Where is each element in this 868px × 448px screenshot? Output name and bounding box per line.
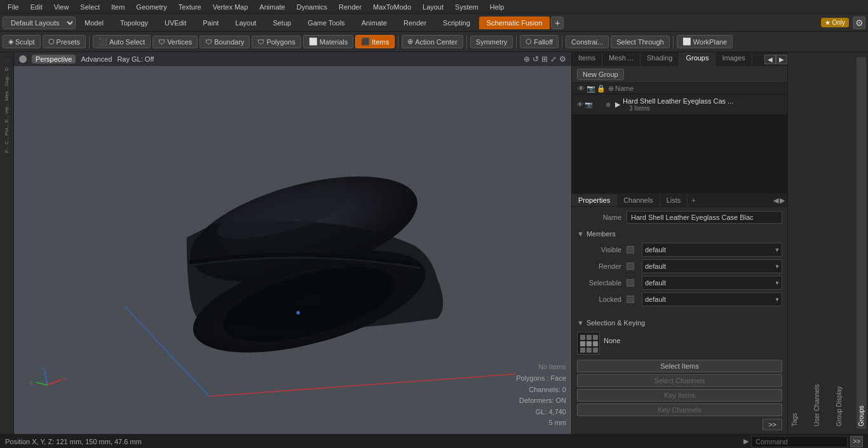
- panel-expand-right[interactable]: ▶: [776, 55, 787, 64]
- sel-keying-arrow: ▼: [577, 319, 584, 327]
- viewport-toggle[interactable]: [19, 55, 27, 63]
- viewport-icon-settings[interactable]: ⚙: [559, 55, 566, 64]
- tab-layout[interactable]: Layout: [227, 17, 264, 29]
- auto-select-button[interactable]: ⬛ Auto Select: [93, 35, 151, 48]
- menu-vertex-map[interactable]: Vertex Map: [208, 2, 254, 12]
- command-area: ▶ >>: [743, 436, 863, 447]
- sel-icon[interactable]: ⊕: [604, 101, 613, 108]
- select-items-button[interactable]: Select Items: [577, 360, 782, 372]
- star-badge: ★ Only: [821, 18, 849, 27]
- menu-layout[interactable]: Layout: [417, 2, 449, 12]
- constraints-button[interactable]: Constrai...: [566, 36, 609, 48]
- locked-check[interactable]: [627, 295, 634, 303]
- add-layout-button[interactable]: +: [551, 17, 564, 29]
- tab-properties[interactable]: Properties: [572, 194, 617, 206]
- side-tab-tags[interactable]: Tags: [790, 57, 799, 429]
- command-expand-button[interactable]: >>: [850, 436, 863, 447]
- action-center-button[interactable]: ⊕ Action Center: [402, 35, 463, 48]
- menu-view[interactable]: View: [49, 2, 74, 12]
- tab-items[interactable]: Items: [572, 52, 602, 66]
- tab-mesh[interactable]: Mesh ...: [602, 52, 641, 66]
- tab-groups[interactable]: Groups: [679, 52, 715, 66]
- command-input[interactable]: [751, 436, 848, 447]
- group-item-icons-left: 👁 📷 ⊕: [577, 101, 613, 108]
- tab-game-tools[interactable]: Game Tools: [300, 17, 353, 29]
- group-item[interactable]: 👁 📷 ⊕ ▶ Hard Shell Leather Eyeglass Cas …: [572, 95, 787, 115]
- sel-keying-header[interactable]: ▼ Selection & Keying: [577, 316, 782, 329]
- tab-render[interactable]: Render: [396, 17, 434, 29]
- key-items-button[interactable]: Key Items: [577, 389, 782, 402]
- tab-uvedit[interactable]: UVEdit: [157, 17, 194, 29]
- selectable-select[interactable]: default: [642, 276, 782, 290]
- name-input[interactable]: [627, 211, 782, 224]
- new-group-button[interactable]: New Group: [577, 69, 624, 80]
- render-icon[interactable]: 📷: [585, 101, 592, 108]
- viewport[interactable]: Perspective Advanced Ray GL: Off ⊕ ↺ ⊞ ⤢…: [14, 52, 571, 434]
- symmetry-button[interactable]: Symmetry: [470, 36, 513, 48]
- falloff-button[interactable]: ⬡ Falloff: [520, 35, 559, 48]
- tab-scripting[interactable]: Scripting: [435, 17, 478, 29]
- props-expand-right[interactable]: ▶: [780, 196, 785, 205]
- tab-setup[interactable]: Setup: [265, 17, 299, 29]
- locked-select[interactable]: default: [642, 292, 782, 306]
- polygons-button[interactable]: 🛡 Polygons: [252, 36, 301, 48]
- tab-model[interactable]: Model: [77, 17, 111, 29]
- layout-dropdown[interactable]: Default Layouts: [3, 17, 76, 29]
- viewport-icon-camera[interactable]: ⊕: [524, 55, 530, 64]
- visible-select[interactable]: default: [642, 243, 782, 257]
- tab-animate[interactable]: Animate: [354, 17, 395, 29]
- expand-icon[interactable]: ▶: [615, 100, 620, 109]
- keying-none-label: None: [604, 332, 620, 350]
- materials-button[interactable]: ⬜ Materials: [303, 35, 354, 48]
- viewport-advanced[interactable]: Advanced: [81, 55, 112, 63]
- menu-render[interactable]: Render: [334, 2, 367, 12]
- expand-button[interactable]: >>: [763, 419, 782, 430]
- menu-edit[interactable]: Edit: [25, 2, 48, 12]
- tab-paint[interactable]: Paint: [195, 17, 226, 29]
- menu-geometry[interactable]: Geometry: [131, 2, 172, 12]
- selectable-check[interactable]: [627, 279, 634, 287]
- props-expand-left[interactable]: ◀: [773, 196, 778, 205]
- menu-animate[interactable]: Animate: [254, 2, 290, 12]
- select-through-button[interactable]: Select Through: [611, 36, 669, 48]
- menu-system[interactable]: System: [450, 2, 484, 12]
- viewport-ray-gl[interactable]: Ray GL: Off: [117, 55, 154, 63]
- scale-info: 5 mm: [516, 417, 566, 429]
- members-section-header[interactable]: ▼ Members: [577, 227, 782, 240]
- menu-help[interactable]: Help: [485, 2, 510, 12]
- viewport-perspective[interactable]: Perspective: [32, 55, 76, 64]
- vertices-button[interactable]: 🛡 Vertices: [153, 36, 198, 48]
- menu-maxtomodo[interactable]: MaxToModo: [368, 2, 416, 12]
- render-check[interactable]: [627, 262, 634, 270]
- presets-button[interactable]: ⬡ Presets: [43, 35, 86, 48]
- items-button[interactable]: ⬛ Items: [355, 35, 395, 48]
- tab-channels[interactable]: Channels: [617, 194, 660, 206]
- menu-item[interactable]: Item: [106, 2, 130, 12]
- settings-button[interactable]: ⚙: [853, 17, 865, 29]
- tab-topology[interactable]: Topology: [112, 17, 156, 29]
- sculpt-button[interactable]: ◈ Sculpt: [3, 35, 41, 48]
- menu-file[interactable]: File: [3, 2, 24, 12]
- side-tab-groups[interactable]: Groups: [857, 57, 866, 429]
- menu-select[interactable]: Select: [75, 2, 105, 12]
- boundary-button[interactable]: 🛡 Boundary: [200, 36, 250, 48]
- select-channels-button[interactable]: Select Channels: [577, 374, 782, 387]
- side-tab-user-channels[interactable]: User Channels: [812, 57, 822, 429]
- work-plane-button[interactable]: ⬜ WorkPlane: [677, 35, 733, 48]
- tab-lists[interactable]: Lists: [660, 194, 688, 206]
- visible-check[interactable]: [627, 246, 634, 254]
- tab-images[interactable]: Images: [715, 52, 752, 66]
- props-plus-button[interactable]: +: [688, 196, 699, 204]
- side-tab-group-display[interactable]: Group Display: [834, 57, 844, 429]
- tab-schematic-fusion[interactable]: Schematic Fusion: [479, 17, 550, 29]
- tab-shading[interactable]: Shading: [641, 52, 679, 66]
- viewport-icon-maximize[interactable]: ⤢: [550, 55, 557, 64]
- menu-dynamics[interactable]: Dynamics: [292, 2, 332, 12]
- viewport-icon-refresh[interactable]: ↺: [532, 55, 539, 64]
- panel-expand-left[interactable]: ◀: [764, 55, 776, 64]
- menu-texture[interactable]: Texture: [173, 2, 207, 12]
- viewport-icon-zoom-fit[interactable]: ⊞: [541, 55, 548, 64]
- eye-icon[interactable]: 👁: [577, 101, 583, 108]
- key-channels-button[interactable]: Key Channels: [577, 404, 782, 416]
- render-select[interactable]: default: [642, 259, 782, 273]
